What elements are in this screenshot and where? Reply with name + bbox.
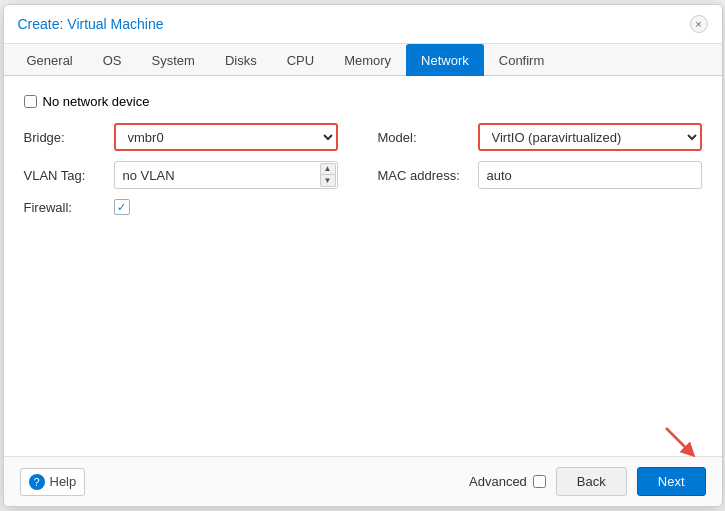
no-network-row: No network device: [24, 94, 702, 109]
firewall-checkbox-cell: [114, 199, 130, 215]
bridge-field: vmbr0: [114, 123, 338, 151]
footer-left: ? Help: [20, 468, 86, 496]
firewall-checkbox[interactable]: [114, 199, 130, 215]
vlan-field: ▲ ▼: [114, 161, 338, 189]
title-bar: Create: Virtual Machine ×: [4, 5, 722, 44]
vlan-mac-row: VLAN Tag: ▲ ▼ MAC address:: [24, 161, 702, 189]
tab-os[interactable]: OS: [88, 44, 137, 76]
tab-network[interactable]: Network: [406, 44, 484, 76]
tab-memory[interactable]: Memory: [329, 44, 406, 76]
mac-label: MAC address:: [378, 168, 478, 183]
advanced-checkbox[interactable]: [533, 475, 546, 488]
close-button[interactable]: ×: [690, 15, 708, 33]
tab-confirm[interactable]: Confirm: [484, 44, 560, 76]
help-icon: ?: [29, 474, 45, 490]
back-button[interactable]: Back: [556, 467, 627, 496]
dialog-title: Create: Virtual Machine: [18, 16, 164, 32]
footer-right: Advanced Back Next: [469, 467, 705, 496]
tab-cpu[interactable]: CPU: [272, 44, 329, 76]
bridge-model-row: Bridge: vmbr0 Model: VirtIO (paravirtual…: [24, 123, 702, 151]
mac-field: [478, 161, 702, 189]
tab-general[interactable]: General: [12, 44, 88, 76]
help-label: Help: [50, 474, 77, 489]
vlan-spinner: ▲ ▼: [320, 163, 336, 187]
vlan-up-btn[interactable]: ▲: [320, 163, 336, 175]
bridge-label: Bridge:: [24, 130, 114, 145]
firewall-row: Firewall:: [24, 199, 702, 215]
firewall-label: Firewall:: [24, 200, 114, 215]
tab-bar: General OS System Disks CPU Memory Netwo…: [4, 44, 722, 76]
footer: ? Help Advanced Back N: [4, 456, 722, 506]
help-button[interactable]: ? Help: [20, 468, 86, 496]
no-network-label: No network device: [43, 94, 150, 109]
next-wrapper: Next: [637, 467, 706, 496]
create-vm-dialog: Create: Virtual Machine × General OS Sys…: [3, 4, 723, 507]
vlan-label: VLAN Tag:: [24, 168, 114, 183]
bridge-select[interactable]: vmbr0: [114, 123, 338, 151]
advanced-row: Advanced: [469, 474, 546, 489]
model-select[interactable]: VirtIO (paravirtualized): [478, 123, 702, 151]
tab-system[interactable]: System: [137, 44, 210, 76]
vlan-down-btn[interactable]: ▼: [320, 175, 336, 187]
model-field: VirtIO (paravirtualized): [478, 123, 702, 151]
tab-disks[interactable]: Disks: [210, 44, 272, 76]
mac-input[interactable]: [478, 161, 702, 189]
no-network-checkbox[interactable]: [24, 95, 37, 108]
vlan-input[interactable]: [114, 161, 338, 189]
form-content: No network device Bridge: vmbr0 Model: V…: [4, 76, 722, 456]
next-button[interactable]: Next: [637, 467, 706, 496]
advanced-label: Advanced: [469, 474, 527, 489]
model-label: Model:: [378, 130, 478, 145]
